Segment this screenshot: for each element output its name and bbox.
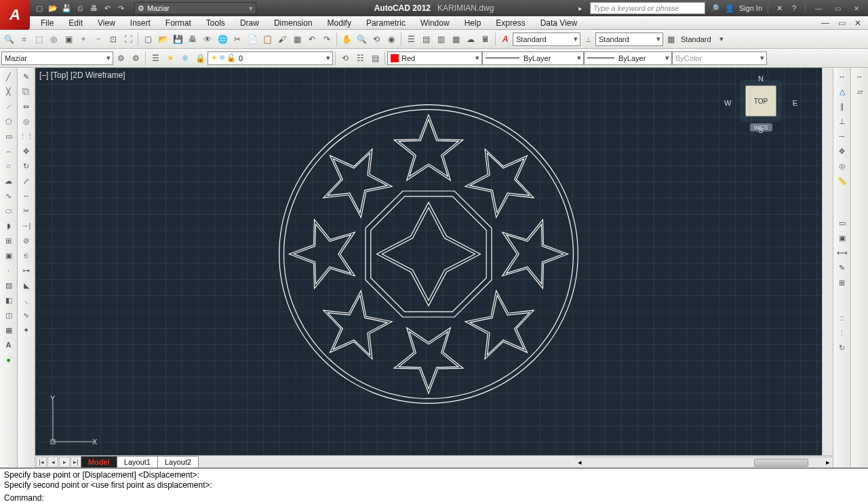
gradient-icon[interactable]: ◧ bbox=[2, 293, 16, 307]
redo2-icon[interactable]: ↷ bbox=[320, 33, 334, 46]
dcs-icon[interactable]: ▤ bbox=[419, 33, 433, 46]
color-dropdown[interactable]: Red bbox=[387, 51, 482, 65]
command-window[interactable]: Specify base point or [Displacement] <Di… bbox=[0, 467, 868, 502]
wheel-icon[interactable]: ◎ bbox=[835, 159, 849, 173]
open-icon[interactable]: 📂 bbox=[47, 3, 58, 14]
zoom-center-icon[interactable]: ◎ bbox=[47, 33, 60, 46]
menu-express[interactable]: Express bbox=[489, 17, 532, 29]
menu-format[interactable]: Format bbox=[159, 17, 198, 29]
sheetset-icon[interactable]: ▦ bbox=[449, 33, 462, 46]
restore-button[interactable]: ▭ bbox=[830, 3, 845, 14]
minimize-button[interactable]: — bbox=[811, 3, 826, 14]
horiz-icon[interactable]: ─ bbox=[835, 129, 849, 143]
vertical-scrollbar[interactable] bbox=[822, 68, 833, 455]
extend-icon[interactable]: →| bbox=[20, 219, 33, 232]
dim-icon[interactable]: ⟷ bbox=[835, 246, 849, 259]
measure-dist-icon[interactable]: ↔ bbox=[853, 70, 867, 83]
horizontal-scrollbar[interactable]: ◂ ▸ bbox=[575, 457, 833, 467]
new-icon[interactable]: ▢ bbox=[34, 3, 45, 14]
layer-state-icon[interactable]: ☷ bbox=[353, 51, 367, 65]
edit-icon[interactable]: ✎ bbox=[835, 261, 849, 274]
construction-line-icon[interactable]: ╳ bbox=[2, 85, 16, 98]
binoculars-icon[interactable]: 🔎 bbox=[709, 3, 720, 14]
table-style-icon[interactable]: ▦ bbox=[664, 33, 677, 46]
exchange-icon[interactable]: ✕ bbox=[774, 3, 785, 14]
make-block-icon[interactable]: ▣ bbox=[2, 249, 16, 262]
undo2-icon[interactable]: ↶ bbox=[305, 33, 319, 46]
open2-icon[interactable]: 📂 bbox=[156, 33, 170, 46]
zoom-rt-icon[interactable]: 🔍 bbox=[355, 33, 368, 46]
tab-model[interactable]: Model bbox=[81, 456, 117, 467]
arc-icon[interactable]: ⌢ bbox=[2, 144, 16, 158]
tab-prev-button[interactable]: ◂ bbox=[47, 457, 58, 467]
menu-insert[interactable]: Insert bbox=[123, 17, 157, 29]
table-icon[interactable]: ▦ bbox=[2, 323, 16, 337]
tab-next-button[interactable]: ▸ bbox=[59, 457, 70, 467]
point-icon[interactable]: · bbox=[2, 264, 16, 277]
join-icon[interactable]: ⊶ bbox=[20, 264, 33, 277]
text-style-icon[interactable]: A bbox=[498, 33, 512, 46]
mirror-icon[interactable]: ⇔ bbox=[20, 100, 33, 113]
signin-icon[interactable]: 👤 bbox=[724, 3, 735, 14]
layer-grp-icon[interactable]: ▭ bbox=[835, 216, 849, 230]
stretch-icon[interactable]: ↔ bbox=[20, 189, 33, 203]
mtext-icon[interactable]: A bbox=[2, 338, 16, 352]
arr1-icon[interactable]: :: bbox=[835, 311, 849, 325]
layer-prev-icon[interactable]: ⟲ bbox=[338, 51, 352, 65]
arr2-icon[interactable]: ⋮ bbox=[835, 326, 849, 339]
cut-icon[interactable]: ✂ bbox=[231, 33, 244, 46]
grp-icon[interactable]: ⊞ bbox=[835, 276, 849, 289]
trim-icon[interactable]: ✂ bbox=[20, 204, 33, 217]
menu-window[interactable]: Window bbox=[414, 17, 456, 29]
block-editor-icon[interactable]: ▦ bbox=[290, 33, 304, 46]
tab-layout1[interactable]: Layout1 bbox=[117, 456, 158, 467]
tool-palette-icon[interactable]: ▥ bbox=[434, 33, 448, 46]
close-button[interactable]: ✕ bbox=[849, 3, 864, 14]
copy-icon[interactable]: 📄 bbox=[245, 33, 259, 46]
plot2-icon[interactable]: 🖶 bbox=[186, 33, 199, 46]
doc-minimize-button[interactable]: — bbox=[818, 18, 833, 28]
drawing-canvas[interactable]: [–] [Top] [2D Wireframe] N W E TOP S WCS bbox=[35, 68, 822, 455]
zoom-extents-icon[interactable]: ⛶ bbox=[121, 33, 135, 46]
polygon-icon[interactable]: ⬠ bbox=[2, 114, 16, 128]
rotate-icon[interactable]: ↻ bbox=[20, 159, 33, 173]
arr3-icon[interactable]: ↻ bbox=[835, 341, 849, 354]
ws-gear-icon[interactable]: ⚙ bbox=[129, 51, 142, 65]
add-selected-icon[interactable]: ● bbox=[2, 353, 16, 367]
zoom-object-icon[interactable]: ▣ bbox=[62, 33, 75, 46]
paste-icon[interactable]: 📋 bbox=[260, 33, 274, 46]
scale-icon[interactable]: ⤢ bbox=[20, 174, 33, 188]
text-style-1-dropdown[interactable]: Standard bbox=[513, 33, 580, 46]
layer-freeze-icon[interactable]: ❄ bbox=[178, 51, 192, 65]
zoom-in-icon[interactable]: ＋ bbox=[77, 33, 90, 46]
zoom-all-icon[interactable]: ⊡ bbox=[106, 33, 120, 46]
nav-icon[interactable]: ✥ bbox=[835, 144, 849, 158]
hatch-icon[interactable]: ▨ bbox=[2, 278, 16, 292]
ellipse-icon[interactable]: ⬭ bbox=[2, 204, 16, 217]
blend-icon[interactable]: ∿ bbox=[20, 308, 33, 322]
menu-draw[interactable]: Draw bbox=[233, 17, 266, 29]
dist-icon[interactable]: ↔ bbox=[835, 70, 849, 83]
zoom-window-icon[interactable]: 🔍 bbox=[2, 33, 16, 46]
perp-icon[interactable]: ⊥ bbox=[835, 114, 849, 128]
linetype-dropdown[interactable]: ByLayer bbox=[482, 51, 584, 65]
app-logo[interactable]: A bbox=[0, 0, 30, 30]
zoom-scale-icon[interactable]: ⬚ bbox=[32, 33, 45, 46]
markup-icon[interactable]: ☁ bbox=[464, 33, 477, 46]
ellipse-arc-icon[interactable]: ◗ bbox=[2, 219, 16, 232]
layer-props-icon[interactable]: ☰ bbox=[149, 51, 162, 65]
tab-first-button[interactable]: |◂ bbox=[36, 457, 47, 467]
break-icon[interactable]: ⎋ bbox=[20, 249, 33, 262]
viewcube-face[interactable]: TOP bbox=[745, 85, 776, 117]
saveas-icon[interactable]: ⎙ bbox=[75, 3, 85, 14]
pan-icon[interactable]: ✋ bbox=[340, 33, 353, 46]
zoom-dynamic-icon[interactable]: ⌗ bbox=[17, 33, 31, 46]
plot-icon[interactable]: 🖶 bbox=[88, 3, 99, 14]
menu-parametric[interactable]: Parametric bbox=[359, 17, 412, 29]
save-icon[interactable]: 💾 bbox=[61, 3, 72, 14]
signin-label[interactable]: Sign In bbox=[739, 4, 762, 12]
circle-icon[interactable]: ○ bbox=[2, 159, 16, 173]
qnew-icon[interactable]: ▢ bbox=[141, 33, 155, 46]
layer-on-icon[interactable]: ☀ bbox=[163, 51, 177, 65]
explode-icon[interactable]: ✦ bbox=[20, 323, 33, 337]
